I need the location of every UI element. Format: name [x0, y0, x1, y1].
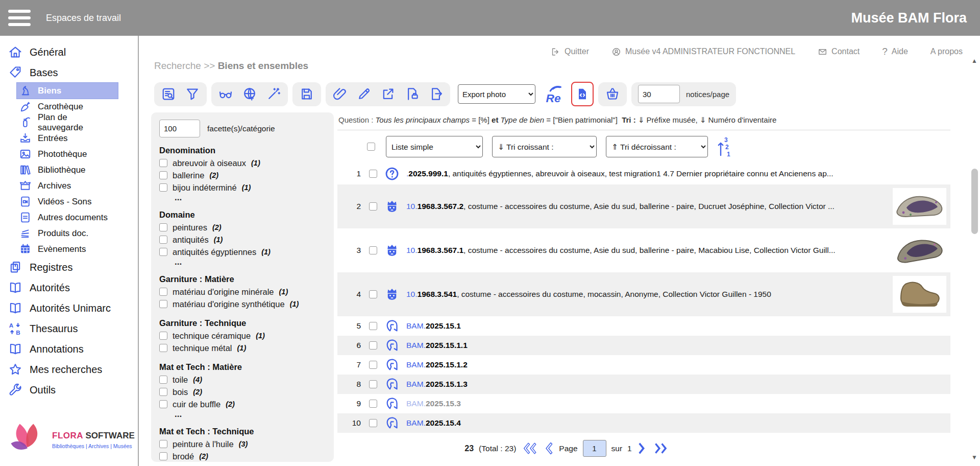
- pencil-icon[interactable]: [356, 86, 372, 102]
- row-checkbox[interactable]: [369, 380, 377, 388]
- sidebar-item-bibliotheque[interactable]: Bibliothèque: [0, 162, 138, 178]
- facet-checkbox[interactable]: [159, 248, 167, 256]
- row-checkbox[interactable]: [369, 361, 377, 369]
- row-checkbox[interactable]: [369, 419, 377, 427]
- facet-checkbox[interactable]: [159, 344, 167, 352]
- facet-count-input[interactable]: [159, 120, 200, 137]
- print-doc-icon[interactable]: [404, 86, 420, 102]
- item-thumbnail[interactable]: [893, 188, 946, 225]
- facet-checkbox[interactable]: [159, 376, 167, 384]
- topbar: Espaces de travail Musée BAM Flora: [0, 0, 980, 36]
- row-checkbox[interactable]: [369, 341, 377, 350]
- sidebar-item-autres-documents[interactable]: Autres documents: [0, 209, 138, 225]
- record-link[interactable]: BAM.2025.15.3: [406, 399, 946, 408]
- header-link-quitter[interactable]: Quitter: [551, 47, 589, 57]
- scrollbar-up-button[interactable]: ▲: [970, 57, 979, 64]
- sidebar-item-registres[interactable]: Registres: [0, 257, 138, 277]
- external-link-icon[interactable]: [380, 86, 396, 102]
- sidebar-item-outils[interactable]: Outils: [0, 380, 138, 400]
- workspace-label[interactable]: Espaces de travail: [46, 13, 121, 24]
- glasses-icon[interactable]: [218, 86, 233, 102]
- last-page-button[interactable]: [653, 441, 670, 455]
- basket-button[interactable]: [598, 82, 627, 106]
- scrollbar-thumb[interactable]: [971, 169, 978, 234]
- sidebar-item-archives[interactable]: Archives: [0, 178, 138, 194]
- facet-checkbox[interactable]: [159, 223, 167, 231]
- sidebar-item-evenements[interactable]: Evènements: [0, 241, 138, 257]
- header-link-aide[interactable]: ?Aide: [882, 46, 908, 57]
- sort-ascending-select[interactable]: ⇓ Tri croissant :: [492, 136, 597, 157]
- prev-page-button[interactable]: [543, 441, 554, 455]
- record-link[interactable]: .2025.999.1, antiquités égyptiennes, abr…: [406, 169, 946, 178]
- header-link-contact[interactable]: Contact: [818, 47, 860, 57]
- export-select[interactable]: Export photo: [458, 84, 535, 104]
- first-page-button[interactable]: [521, 441, 537, 455]
- record-link[interactable]: 10.1968.3.541, costume - accessoires du …: [406, 290, 893, 299]
- sidebar-item-autorites[interactable]: Autorités: [0, 277, 138, 298]
- globe-up-icon[interactable]: [242, 86, 257, 102]
- sidebar-item-plan-de-sauvegarde[interactable]: Plan de sauvegarde: [0, 114, 138, 130]
- facet-more-link[interactable]: ...: [175, 194, 326, 202]
- facet-checkbox[interactable]: [159, 171, 167, 179]
- facet-checkbox[interactable]: [159, 400, 167, 408]
- facet-checkbox[interactable]: [159, 440, 167, 448]
- menu-icon[interactable]: [8, 10, 31, 26]
- next-page-button[interactable]: [637, 441, 648, 455]
- facet-more-link[interactable]: ...: [175, 258, 326, 266]
- record-link[interactable]: BAM.2025.15.1.1: [406, 341, 946, 350]
- wand-icon[interactable]: [266, 86, 281, 102]
- facet-checkbox[interactable]: [159, 300, 167, 308]
- paperclip-icon[interactable]: [332, 86, 348, 102]
- row-checkbox[interactable]: [369, 400, 377, 408]
- sidebar-item-bases[interactable]: Bases: [0, 62, 138, 83]
- facet-more-link[interactable]: ...: [175, 410, 326, 418]
- file-code-button[interactable]: [571, 82, 594, 106]
- sidebar-item-biens[interactable]: Biens: [0, 83, 138, 99]
- sidebar-item-general[interactable]: Général: [0, 42, 138, 62]
- sidebar-item-entrees[interactable]: Entrées: [0, 130, 138, 146]
- facet-option-label: matériau d'origine minérale: [173, 287, 274, 297]
- notices-per-page-input[interactable]: [638, 85, 680, 103]
- item-thumbnail[interactable]: [893, 276, 946, 313]
- filter-icon[interactable]: [185, 86, 200, 102]
- facet-checkbox[interactable]: [159, 452, 167, 460]
- page-input[interactable]: [583, 440, 606, 457]
- record-link[interactable]: BAM.2025.15.4: [406, 418, 946, 428]
- facet-checkbox[interactable]: [159, 183, 167, 192]
- item-thumbnail[interactable]: [893, 232, 946, 269]
- record-link[interactable]: BAM.2025.15.1.2: [406, 360, 946, 369]
- re-logo-icon[interactable]: Re: [543, 83, 567, 105]
- record-link[interactable]: 10.1968.3.567.2, costume - accessoires d…: [406, 202, 893, 211]
- sidebar-item-mes-recherches[interactable]: Mes recherches: [0, 359, 138, 380]
- record-link[interactable]: BAM.2025.15.1.3: [406, 380, 946, 389]
- row-checkbox[interactable]: [369, 202, 377, 211]
- scrollbar-down-button[interactable]: ▼: [970, 454, 979, 461]
- record-link[interactable]: BAM.2025.15.1: [406, 321, 946, 331]
- row-checkbox[interactable]: [369, 170, 377, 178]
- save-icon[interactable]: [299, 86, 314, 102]
- row-checkbox[interactable]: [369, 322, 377, 330]
- view-mode-select[interactable]: Liste simple: [386, 136, 483, 157]
- row-checkbox[interactable]: [369, 246, 377, 254]
- facet-checkbox[interactable]: [159, 332, 167, 340]
- sidebar-item-produits-doc[interactable]: Produits doc.: [0, 225, 138, 241]
- sidebar-item-videos-sons[interactable]: Vidéos - Sons: [0, 194, 138, 209]
- record-link[interactable]: 10.1968.3.567.1, costume - accessoires d…: [406, 246, 893, 255]
- sidebar-item-thesaurus[interactable]: ABThesaurus: [0, 318, 138, 339]
- facet-checkbox[interactable]: [159, 236, 167, 244]
- facet-checkbox[interactable]: [159, 388, 167, 396]
- facet-option-count: (2): [212, 223, 222, 231]
- facet-checkbox[interactable]: [159, 159, 167, 167]
- header-link-user[interactable]: Musée v4 ADMINISTRATEUR FONCTIONNEL: [611, 47, 795, 57]
- header-link-apropos[interactable]: A propos: [930, 47, 963, 56]
- select-all-checkbox[interactable]: [367, 143, 375, 151]
- row-checkbox[interactable]: [369, 290, 377, 298]
- sidebar-item-annotations[interactable]: Annotations: [0, 339, 138, 359]
- facet-checkbox[interactable]: [159, 288, 167, 296]
- sidebar-item-phototheque[interactable]: Photothèque: [0, 146, 138, 162]
- export-doc-icon[interactable]: [428, 86, 444, 102]
- sort-descending-select[interactable]: ⇑ Tri décroissant :: [606, 136, 708, 157]
- numeric-sort-icon[interactable]: 3 2 1: [717, 136, 731, 157]
- sidebar-item-autorites-unimarc[interactable]: Autorités Unimarc: [0, 298, 138, 318]
- list-search-icon[interactable]: [161, 86, 176, 102]
